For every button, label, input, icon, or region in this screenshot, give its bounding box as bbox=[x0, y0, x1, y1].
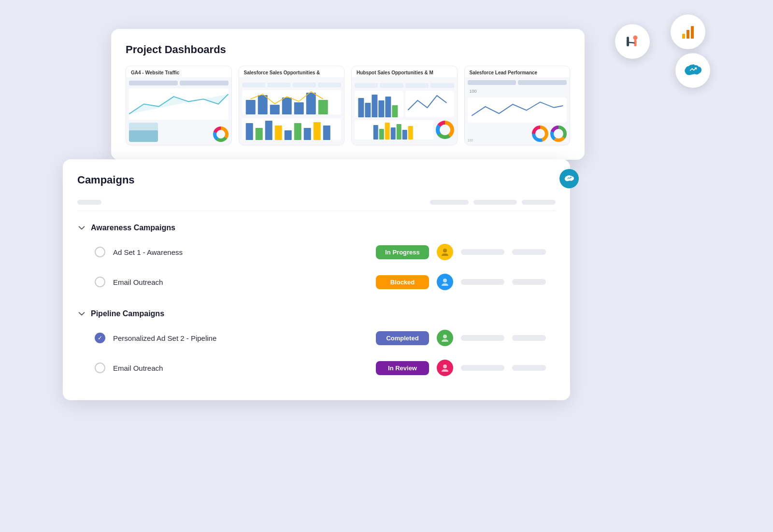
sf-bar-chart2 bbox=[242, 118, 342, 140]
awareness-group-header[interactable]: Awareness Campaigns bbox=[77, 219, 556, 237]
preview-body-hubspot bbox=[352, 77, 457, 145]
checkbox-ad-set-2[interactable]: ✓ bbox=[95, 333, 105, 343]
status-badge-email-2[interactable]: In Review bbox=[376, 361, 429, 375]
ga4-line-chart bbox=[129, 88, 229, 120]
avatar-email-2 bbox=[437, 360, 453, 376]
status-badge-email-1[interactable]: Blocked bbox=[376, 275, 429, 289]
checkbox-ad-set-1[interactable] bbox=[95, 247, 105, 257]
campaign-row-email-2[interactable]: Email Outreach In Review bbox=[77, 353, 556, 383]
hubspot-integration-icon[interactable] bbox=[615, 24, 650, 59]
meta-pill-sm-ad-set-1 bbox=[512, 249, 546, 255]
checkmark-ad-set-2: ✓ bbox=[98, 335, 102, 341]
campaign-name-ad-set-2: Personalized Ad Set 2 - Pipeline bbox=[113, 334, 368, 342]
svg-rect-1 bbox=[258, 95, 267, 114]
status-badge-ad-set-1[interactable]: In Progress bbox=[376, 245, 429, 259]
svg-rect-21 bbox=[392, 105, 398, 117]
avatar-email-1 bbox=[437, 274, 453, 290]
pipeline-group-title: Pipeline Campaigns bbox=[91, 309, 164, 318]
header-pill-3 bbox=[473, 200, 517, 205]
svg-rect-4 bbox=[294, 102, 303, 114]
meta-pill-sm-ad-set-2 bbox=[512, 335, 546, 341]
svg-rect-3 bbox=[282, 98, 291, 114]
svg-rect-23 bbox=[379, 129, 384, 140]
hubspot-bar-chart2 bbox=[355, 120, 434, 140]
dashboards-card: Project Dashboards GA4 - Website Traffic bbox=[111, 29, 585, 160]
ga4-donut bbox=[213, 126, 229, 142]
meta-pill-sm-email-1 bbox=[512, 279, 546, 285]
sf-lead-line-chart bbox=[468, 98, 567, 123]
svg-rect-20 bbox=[385, 97, 391, 117]
svg-rect-5 bbox=[306, 93, 315, 114]
svg-rect-27 bbox=[402, 130, 407, 140]
pipeline-group-header[interactable]: Pipeline Campaigns bbox=[77, 305, 556, 323]
svg-point-39 bbox=[443, 364, 447, 368]
svg-rect-26 bbox=[397, 124, 401, 140]
svg-point-37 bbox=[443, 279, 447, 282]
preview-hubspot[interactable]: Hubspot Sales Opportunities & M bbox=[351, 66, 458, 145]
page-scene: Project Dashboards GA4 - Website Traffic bbox=[0, 0, 773, 532]
campaign-row-ad-set-1[interactable]: Ad Set 1 - Awareness In Progress bbox=[77, 237, 556, 267]
svg-rect-10 bbox=[274, 126, 282, 140]
svg-rect-33 bbox=[682, 34, 685, 39]
svg-rect-35 bbox=[691, 26, 694, 39]
campaigns-header-row bbox=[77, 196, 556, 211]
svg-rect-6 bbox=[318, 100, 328, 114]
svg-rect-34 bbox=[687, 30, 689, 39]
meta-pill-email-2 bbox=[461, 365, 504, 371]
svg-rect-19 bbox=[378, 100, 384, 117]
svg-rect-17 bbox=[365, 103, 371, 117]
preview-body-sf-lead: 100 100 bbox=[465, 77, 570, 145]
preview-title-sf-lead: Salesforce Lead Performance bbox=[465, 66, 570, 77]
header-pill-2 bbox=[430, 200, 469, 205]
preview-title-hubspot: Hubspot Sales Opportunities & M bbox=[352, 66, 457, 77]
hubspot-donut bbox=[436, 121, 454, 139]
svg-rect-2 bbox=[270, 105, 279, 114]
svg-rect-0 bbox=[245, 100, 255, 114]
svg-point-38 bbox=[443, 335, 447, 338]
meta-pill-ad-set-1 bbox=[461, 249, 504, 255]
preview-body-ga4 bbox=[126, 77, 231, 145]
campaign-name-email-2: Email Outreach bbox=[113, 364, 368, 372]
preview-salesforce[interactable]: Salesforce Sales Opportunities & bbox=[239, 66, 345, 145]
svg-rect-15 bbox=[323, 126, 330, 140]
preview-title-salesforce: Salesforce Sales Opportunities & bbox=[239, 66, 344, 77]
header-pill-4 bbox=[522, 200, 556, 205]
svg-rect-12 bbox=[294, 123, 301, 140]
salesforce-integration-icon[interactable] bbox=[675, 53, 710, 88]
svg-point-36 bbox=[443, 249, 447, 252]
campaign-row-ad-set-2[interactable]: ✓ Personalized Ad Set 2 - Pipeline Compl… bbox=[77, 323, 556, 353]
pipeline-campaigns-group: Pipeline Campaigns ✓ Personalized Ad Set… bbox=[77, 305, 556, 383]
svg-rect-32 bbox=[627, 37, 629, 40]
preview-ga4[interactable]: GA4 - Website Traffic bbox=[126, 66, 232, 145]
svg-rect-8 bbox=[255, 128, 262, 140]
preview-body-salesforce bbox=[239, 77, 344, 145]
checkbox-email-1[interactable] bbox=[95, 277, 105, 287]
status-badge-ad-set-2[interactable]: Completed bbox=[376, 331, 429, 345]
svg-rect-22 bbox=[373, 125, 378, 140]
meta-pill-ad-set-2 bbox=[461, 335, 504, 341]
analytics-integration-icon[interactable] bbox=[671, 14, 705, 49]
svg-rect-13 bbox=[303, 128, 311, 140]
checkbox-email-2[interactable] bbox=[95, 363, 105, 373]
campaign-name-email-1: Email Outreach bbox=[113, 278, 368, 286]
pipeline-chevron-icon bbox=[77, 309, 86, 318]
svg-rect-25 bbox=[391, 127, 396, 140]
svg-point-29 bbox=[633, 36, 638, 40]
campaign-name-ad-set-1: Ad Set 1 - Awareness bbox=[113, 248, 368, 256]
campaign-row-email-1[interactable]: Email Outreach Blocked bbox=[77, 267, 556, 297]
sf-bar-chart bbox=[242, 90, 342, 114]
header-pill-1 bbox=[77, 200, 101, 205]
dashboard-previews: GA4 - Website Traffic bbox=[126, 66, 570, 145]
preview-title-ga4: GA4 - Website Traffic bbox=[126, 66, 231, 77]
svg-rect-18 bbox=[372, 95, 377, 117]
campaigns-card: Campaigns Awareness Campaigns Ad Set 1 -… bbox=[63, 159, 570, 400]
meta-pill-email-1 bbox=[461, 279, 504, 285]
preview-sf-lead[interactable]: Salesforce Lead Performance 100 bbox=[464, 66, 571, 145]
meta-pill-sm-email-2 bbox=[512, 365, 546, 371]
svg-rect-28 bbox=[408, 126, 413, 140]
hubspot-line-chart bbox=[405, 91, 454, 117]
awareness-campaigns-group: Awareness Campaigns Ad Set 1 - Awareness… bbox=[77, 219, 556, 297]
sf-badge bbox=[559, 169, 579, 188]
svg-rect-16 bbox=[358, 98, 364, 117]
svg-rect-11 bbox=[284, 130, 291, 140]
